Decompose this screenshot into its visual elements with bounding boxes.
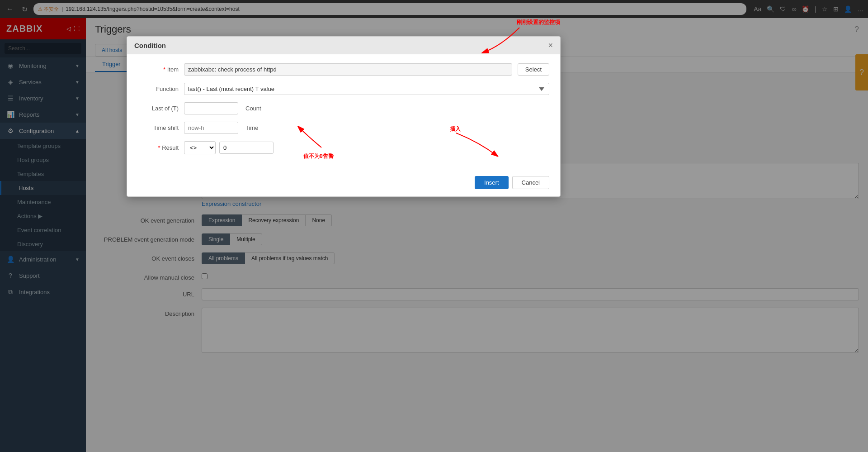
modal-footer: Insert Cancel: [127, 171, 560, 196]
modal-result-controls: <>: [184, 141, 274, 154]
modal-time-unit: Time: [245, 124, 258, 131]
modal-item-row: Item Select: [138, 63, 549, 76]
modal-function-label: Function: [138, 86, 179, 92]
modal-function-row: Function last() - Last (most recent) T v…: [138, 83, 549, 95]
modal-overlay: Condition × Item Select Function last() …: [0, 0, 868, 452]
modal-title: Condition: [134, 42, 166, 49]
condition-modal: Condition × Item Select Function last() …: [127, 36, 561, 197]
modal-cancel-button[interactable]: Cancel: [512, 176, 549, 189]
modal-result-operator-select[interactable]: <>: [184, 141, 216, 154]
modal-item-input[interactable]: [184, 63, 512, 76]
modal-timeshift-row: Time shift Time: [138, 122, 549, 134]
modal-result-label: Result: [138, 144, 179, 151]
modal-count-unit: Count: [245, 105, 261, 112]
modal-last-of-label: Last of (T): [138, 105, 179, 112]
modal-item-label: Item: [138, 66, 179, 73]
modal-result-row: Result <>: [138, 141, 549, 154]
modal-last-of-row: Last of (T) Count: [138, 102, 549, 114]
modal-timeshift-label: Time shift: [138, 124, 179, 131]
modal-body: Item Select Function last() - Last (most…: [127, 54, 560, 171]
modal-timeshift-input[interactable]: [184, 122, 238, 134]
modal-function-select[interactable]: last() - Last (most recent) T value: [184, 83, 549, 95]
modal-close-button[interactable]: ×: [548, 41, 553, 49]
modal-insert-button[interactable]: Insert: [475, 176, 509, 189]
modal-result-value-input[interactable]: [219, 142, 274, 154]
modal-select-button[interactable]: Select: [518, 63, 549, 76]
annotation-monitoring-item: 刚刚设置的监控项: [517, 19, 560, 26]
modal-last-of-input[interactable]: [184, 102, 238, 114]
modal-header: Condition ×: [127, 37, 560, 54]
